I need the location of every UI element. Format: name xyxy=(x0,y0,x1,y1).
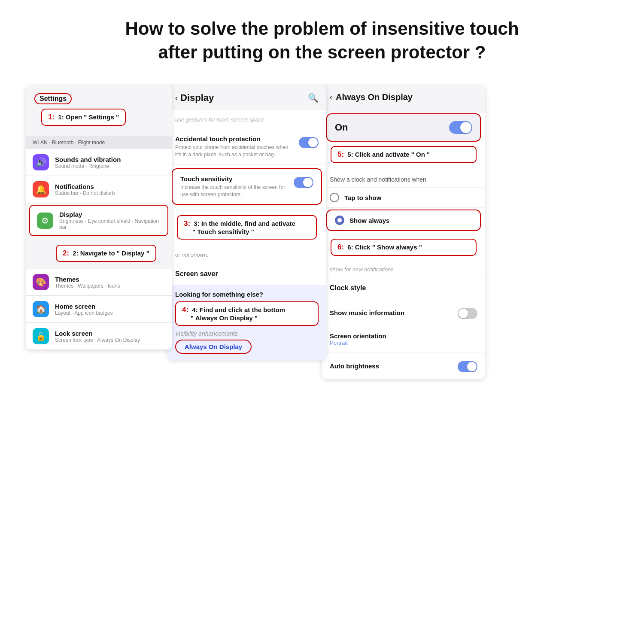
blurred-text: or not shown. xyxy=(167,246,326,263)
aod-title: Always On Display xyxy=(336,92,413,102)
lock-icon: 🔒 xyxy=(33,328,49,344)
accidental-touch-toggle[interactable] xyxy=(299,137,319,148)
tap-to-show-radio[interactable] xyxy=(330,193,339,202)
show-always-row[interactable]: Show always xyxy=(327,210,480,230)
show-always-radio[interactable] xyxy=(335,216,344,225)
looking-for-section: Looking for something else? 4: 4: Find a… xyxy=(167,285,326,360)
panel-settings: Settings 1: 1: Open " Settings " WLAN · … xyxy=(26,85,172,350)
screenshots-container: Settings 1: 1: Open " Settings " WLAN · … xyxy=(26,85,618,379)
auto-brightness-toggle[interactable] xyxy=(458,361,477,372)
show-music-row: Show music information xyxy=(322,299,485,326)
always-on-display-link[interactable]: Always On Display xyxy=(175,340,252,354)
step-6-callout: 6: 6: Click " Show always " xyxy=(331,239,477,256)
show-always-highlight: Show always xyxy=(326,210,481,231)
display-icon: ⚙ xyxy=(37,213,53,229)
aod-header: ‹ Always On Display xyxy=(322,85,485,109)
settings-row-display-highlight: ⚙ Display Brightness · Eye comfort shiel… xyxy=(29,205,168,236)
show-music-toggle[interactable] xyxy=(458,308,477,319)
display-item-accidental: Accidental touch protection Protect your… xyxy=(167,129,326,165)
step-4-callout: 4: 4: Find and click at the bottom " Alw… xyxy=(175,301,319,326)
on-toggle-row: On xyxy=(326,113,481,142)
tap-to-show-row[interactable]: Tap to show xyxy=(322,188,485,208)
settings-badge-label: Settings xyxy=(34,93,72,104)
settings-row-display[interactable]: ⚙ Display Brightness · Eye comfort shiel… xyxy=(30,206,167,235)
aod-back-arrow[interactable]: ‹ xyxy=(330,93,332,102)
step-5-callout: 5: 5: Click and activate " On " xyxy=(331,146,477,163)
step-1-callout: 1: 1: Open " Settings " xyxy=(41,109,126,126)
blurred-link: Visibility enhancements xyxy=(175,330,319,337)
quick-bar: WLAN · Bluetooth · Flight mode xyxy=(26,136,172,149)
settings-header: Settings xyxy=(26,85,172,109)
display-title: Display xyxy=(180,92,214,103)
clock-style-row[interactable]: Clock style xyxy=(322,277,485,299)
touch-sensitivity-row: Touch sensitivity Increase the touch sen… xyxy=(173,169,321,204)
step-2-callout: 2: 2: Navigate to " Display " xyxy=(56,245,156,262)
home-icon: 🏠 xyxy=(33,301,49,317)
panel-display: ‹ Display 🔍 use gestures for more screen… xyxy=(167,85,326,360)
aod-content: On 5: 5: Click and activate " On " Show … xyxy=(322,113,485,379)
screen-saver-label[interactable]: Screen saver xyxy=(167,263,326,285)
on-label: On xyxy=(335,122,348,133)
on-toggle[interactable] xyxy=(449,121,472,134)
settings-list: 🔊 Sounds and vibration Sound mode · Ring… xyxy=(26,149,172,350)
settings-row-home[interactable]: 🏠 Home screen Layout · App icon badges xyxy=(26,296,172,323)
touch-sensitivity-toggle[interactable] xyxy=(294,177,313,188)
notifications-icon: 🔔 xyxy=(33,181,49,197)
settings-row-sounds[interactable]: 🔊 Sounds and vibration Sound mode · Ring… xyxy=(26,149,172,176)
themes-icon: 🎨 xyxy=(33,274,49,290)
step-3-callout: 3: 3: In the middle, find and activate "… xyxy=(177,215,317,240)
show-new-notif-row: show for new notifications xyxy=(322,262,485,277)
back-arrow-icon[interactable]: ‹ xyxy=(175,94,178,103)
settings-row-lock[interactable]: 🔒 Lock screen Screen lock type · Always … xyxy=(26,323,172,350)
search-icon[interactable]: 🔍 xyxy=(308,93,319,103)
settings-row-themes[interactable]: 🎨 Themes Themes · Wallpapers · Icons xyxy=(26,269,172,296)
settings-row-notifications[interactable]: 🔔 Notifications Status bar · Do not dist… xyxy=(26,176,172,203)
display-item-gestures: use gestures for more screen space. xyxy=(167,110,326,129)
auto-brightness-row: Auto brightness xyxy=(322,352,485,379)
touch-sensitivity-section: Touch sensitivity Increase the touch sen… xyxy=(172,168,322,205)
sound-icon: 🔊 xyxy=(33,154,49,170)
display-content: use gestures for more screen space. Acci… xyxy=(167,110,326,360)
screen-orientation-row: Screen orientation Portrait xyxy=(322,326,485,352)
display-header: ‹ Display 🔍 xyxy=(167,85,326,110)
show-notif-text: Show a clock and notifications when xyxy=(322,172,485,188)
panel-aod: ‹ Always On Display On 5: 5: Click and a… xyxy=(322,85,485,379)
page-title: How to solve the problem of insensitive … xyxy=(125,17,519,64)
